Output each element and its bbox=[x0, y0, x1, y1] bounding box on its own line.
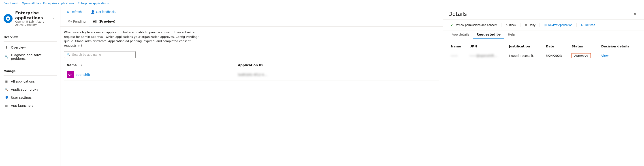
refresh-icon: ↻ bbox=[67, 10, 69, 14]
feedback-label: Got feedback? bbox=[96, 10, 116, 14]
refresh-details-icon: ↻ bbox=[581, 23, 584, 27]
sidebar-logo bbox=[4, 14, 12, 23]
details-col-upn: UPN bbox=[467, 43, 506, 50]
details-cell-status: Approved bbox=[569, 50, 598, 61]
tab-my-pending[interactable]: My Pending bbox=[64, 17, 89, 26]
sidebar-item-application-proxy[interactable]: 🔨 Application proxy bbox=[0, 86, 60, 94]
details-col-justification: Justification bbox=[506, 43, 543, 50]
sidebar-subtitle: Openshift Lab - Azure Active Directory bbox=[15, 20, 48, 26]
grid-app-icon: ⊞ bbox=[544, 23, 547, 27]
circle-icon: ○ bbox=[506, 23, 508, 27]
tab-help[interactable]: Help bbox=[504, 30, 519, 39]
table-cell-name: OP openshift bbox=[64, 69, 235, 81]
view-decision-link[interactable]: View bbox=[601, 54, 609, 58]
content-body: When users try to access an application … bbox=[60, 26, 442, 166]
feedback-button[interactable]: 👤 Got feedback? bbox=[88, 9, 119, 15]
details-col-date: Date bbox=[543, 43, 569, 50]
sidebar-item-all-apps-label: All applications bbox=[11, 80, 35, 83]
details-panel: Details × ✓ Review permissions and conse… bbox=[442, 7, 644, 166]
table-header-appid: Application ID bbox=[235, 62, 439, 69]
main-table: Name ↑↓ Application ID OP openshi bbox=[64, 62, 439, 81]
details-toolbar-divider-3 bbox=[540, 23, 540, 27]
app-chip: OP bbox=[67, 71, 74, 78]
table-header-name: Name ↑↓ bbox=[64, 62, 235, 69]
wrench-icon: 🔧 bbox=[4, 54, 9, 59]
feedback-icon: 👤 bbox=[91, 10, 95, 14]
details-tabs: App details Requested by Help bbox=[443, 30, 644, 39]
details-table: Name UPN Justification Date Status Decis… bbox=[448, 43, 639, 61]
details-table-row: ------ ------@openshift... I need access… bbox=[448, 50, 639, 61]
app-id-value: 5e8fcb91-9f12-4... bbox=[238, 73, 267, 76]
sidebar-divider-top bbox=[4, 30, 56, 30]
main-toolbar: ↻ Refresh 👤 Got feedback? bbox=[60, 7, 442, 17]
review-application-label: Review Application bbox=[548, 23, 572, 26]
sort-name-icon[interactable]: ↑↓ bbox=[79, 64, 82, 67]
sidebar-item-overview-label: Overview bbox=[11, 46, 26, 49]
sidebar-title: Enterprise applications bbox=[15, 10, 48, 20]
status-badge: Approved bbox=[572, 53, 591, 58]
details-cell-date: 5/24/2023 bbox=[543, 50, 569, 61]
block-label: Block bbox=[509, 23, 516, 26]
sidebar-item-user-settings-label: User settings bbox=[11, 96, 32, 99]
app-name-link[interactable]: openshift bbox=[76, 73, 90, 76]
details-cell-justification: I need access it. bbox=[506, 50, 543, 61]
review-application-button[interactable]: ⊞ Review Application bbox=[542, 22, 575, 28]
deny-label: Deny bbox=[529, 23, 536, 26]
tab-all-preview[interactable]: All (Preview) bbox=[89, 17, 119, 26]
tab-requested-by[interactable]: Requested by bbox=[473, 30, 504, 39]
details-refresh-label: Refresh bbox=[585, 23, 595, 26]
main-tabs: My Pending All (Preview) bbox=[60, 17, 442, 26]
details-content: Name UPN Justification Date Status Decis… bbox=[443, 39, 644, 166]
manage-section-label: Manage bbox=[0, 66, 60, 74]
requester-name: ------ bbox=[451, 54, 458, 58]
details-col-decision: Decision details bbox=[598, 43, 639, 50]
main-content: ↻ Refresh 👤 Got feedback? My Pending All… bbox=[60, 7, 442, 166]
refresh-label: Refresh bbox=[71, 10, 82, 14]
review-permissions-button[interactable]: ✓ Review permissions and consent bbox=[448, 22, 500, 28]
details-col-status: Status bbox=[569, 43, 598, 50]
details-toolbar: ✓ Review permissions and consent ○ Block… bbox=[443, 20, 644, 30]
tab-app-details[interactable]: App details bbox=[448, 30, 473, 39]
sidebar-item-diagnose[interactable]: 🔧 Diagnose and solve problems bbox=[0, 52, 60, 62]
collapse-sidebar-button[interactable]: « bbox=[50, 16, 56, 22]
block-button[interactable]: ○ Block bbox=[503, 22, 518, 28]
sidebar-item-all-applications[interactable]: ⊞ All applications bbox=[0, 78, 60, 86]
description-text: When users try to access an application … bbox=[64, 30, 203, 48]
details-cell-name: ------ bbox=[448, 50, 467, 61]
sidebar-divider-2 bbox=[4, 64, 56, 64]
x-icon: ✕ bbox=[524, 23, 528, 27]
sidebar-item-app-launchers[interactable]: ⊞ App launchers bbox=[0, 102, 60, 110]
person-icon: 👤 bbox=[4, 95, 9, 100]
details-toolbar-divider-1 bbox=[501, 23, 502, 27]
refresh-button[interactable]: ↻ Refresh bbox=[64, 9, 84, 15]
sidebar-item-overview[interactable]: ℹ Overview bbox=[0, 44, 60, 52]
table-cell-appid: 5e8fcb91-9f12-4... bbox=[235, 69, 439, 81]
breadcrumb-enterprise-apps[interactable]: Enterprise applications bbox=[78, 2, 109, 5]
proxy-icon: 🔨 bbox=[4, 87, 9, 92]
details-cell-decision: View bbox=[598, 50, 639, 61]
search-icon: 🔍 bbox=[66, 53, 70, 56]
details-header: Details × bbox=[443, 7, 644, 20]
sidebar: Enterprise applications Openshift Lab - … bbox=[0, 7, 60, 166]
details-col-name: Name bbox=[448, 43, 467, 50]
search-input[interactable] bbox=[72, 53, 133, 56]
sidebar-item-app-launchers-label: App launchers bbox=[11, 104, 33, 108]
details-toolbar-divider-2 bbox=[520, 23, 520, 27]
breadcrumb-dashboard[interactable]: Dashboard bbox=[4, 2, 18, 5]
search-box: 🔍 bbox=[64, 51, 136, 58]
breadcrumb-enterprise-lab[interactable]: Openshift Lab | Enterprise applications bbox=[22, 2, 74, 5]
deny-button[interactable]: ✕ Deny bbox=[522, 22, 538, 28]
details-toolbar-divider-4 bbox=[576, 23, 577, 27]
details-title: Details bbox=[448, 11, 467, 17]
grid-icon: ⊞ bbox=[4, 79, 9, 84]
sidebar-item-diagnose-label: Diagnose and solve problems bbox=[11, 53, 56, 60]
details-cell-upn: ------@openshift... bbox=[467, 50, 506, 61]
review-permissions-label: Review permissions and consent bbox=[455, 23, 497, 26]
sidebar-item-proxy-label: Application proxy bbox=[11, 88, 38, 91]
breadcrumb: Dashboard › Openshift Lab | Enterprise a… bbox=[0, 0, 644, 7]
details-refresh-button[interactable]: ↻ Refresh bbox=[578, 22, 598, 28]
info-icon: ℹ bbox=[4, 45, 9, 50]
check-icon: ✓ bbox=[450, 23, 453, 27]
close-details-button[interactable]: × bbox=[632, 10, 639, 18]
sidebar-item-user-settings[interactable]: 👤 User settings bbox=[0, 94, 60, 102]
